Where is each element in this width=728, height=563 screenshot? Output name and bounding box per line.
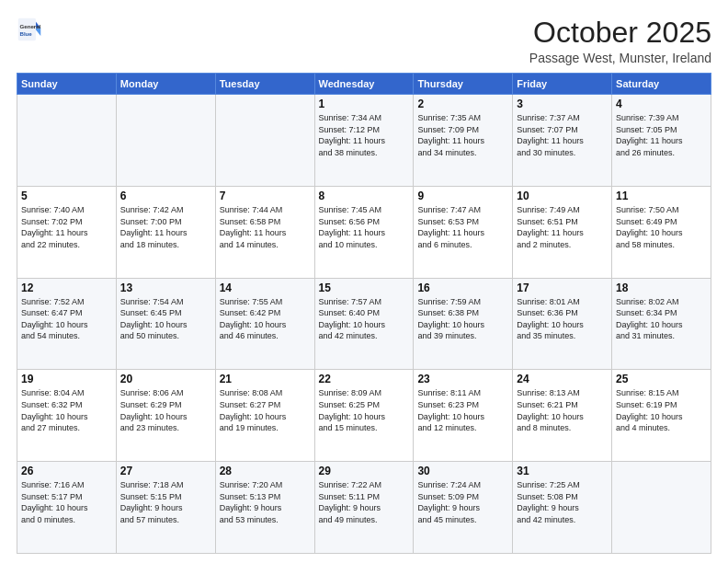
day-number: 16 [417,282,508,294]
day-number: 25 [616,373,707,385]
day-number: 12 [21,282,112,294]
calendar-cell: 24Sunrise: 8:13 AM Sunset: 6:21 PM Dayli… [513,370,612,462]
day-info: Sunrise: 7:45 AM Sunset: 6:56 PM Dayligh… [319,204,410,250]
calendar-cell: 18Sunrise: 8:02 AM Sunset: 6:34 PM Dayli… [612,278,711,370]
day-info: Sunrise: 7:39 AM Sunset: 7:05 PM Dayligh… [616,112,707,158]
logo-icon: General Blue [17,17,42,42]
day-number: 18 [616,282,707,294]
col-header-saturday: Saturday [612,74,711,95]
day-number: 11 [616,190,707,202]
calendar-cell: 17Sunrise: 8:01 AM Sunset: 6:36 PM Dayli… [513,278,612,370]
day-info: Sunrise: 7:20 AM Sunset: 5:13 PM Dayligh… [220,479,311,525]
day-info: Sunrise: 7:50 AM Sunset: 6:49 PM Dayligh… [616,204,707,250]
calendar-cell: 10Sunrise: 7:49 AM Sunset: 6:51 PM Dayli… [513,186,612,278]
calendar-cell [215,95,314,187]
day-info: Sunrise: 7:35 AM Sunset: 7:09 PM Dayligh… [417,112,508,158]
col-header-friday: Friday [513,74,612,95]
day-info: Sunrise: 7:42 AM Sunset: 7:00 PM Dayligh… [120,204,211,250]
day-number: 27 [120,465,211,477]
col-header-tuesday: Tuesday [215,74,314,95]
day-info: Sunrise: 8:04 AM Sunset: 6:32 PM Dayligh… [21,387,112,433]
day-info: Sunrise: 7:22 AM Sunset: 5:11 PM Dayligh… [319,479,410,525]
svg-text:Blue: Blue [20,30,33,37]
day-number: 10 [517,190,608,202]
calendar-cell: 5Sunrise: 7:40 AM Sunset: 7:02 PM Daylig… [17,186,117,278]
col-header-monday: Monday [116,74,215,95]
day-info: Sunrise: 7:24 AM Sunset: 5:09 PM Dayligh… [417,479,508,525]
day-info: Sunrise: 7:47 AM Sunset: 6:53 PM Dayligh… [417,204,508,250]
calendar-cell: 25Sunrise: 8:15 AM Sunset: 6:19 PM Dayli… [612,370,711,462]
calendar-cell: 20Sunrise: 8:06 AM Sunset: 6:29 PM Dayli… [116,370,215,462]
day-number: 1 [319,98,410,110]
calendar-cell [116,95,215,187]
day-info: Sunrise: 7:40 AM Sunset: 7:02 PM Dayligh… [21,204,112,250]
day-info: Sunrise: 7:55 AM Sunset: 6:42 PM Dayligh… [220,296,311,342]
calendar-week-3: 12Sunrise: 7:52 AM Sunset: 6:47 PM Dayli… [17,278,711,370]
day-number: 13 [120,282,211,294]
title-block: October 2025 Passage West, Munster, Irel… [529,17,711,65]
calendar-cell: 21Sunrise: 8:08 AM Sunset: 6:27 PM Dayli… [215,370,314,462]
day-number: 5 [21,190,112,202]
day-info: Sunrise: 7:18 AM Sunset: 5:15 PM Dayligh… [120,479,211,525]
header: General Blue October 2025 Passage West, … [17,17,711,65]
calendar-cell: 7Sunrise: 7:44 AM Sunset: 6:58 PM Daylig… [215,186,314,278]
day-number: 30 [417,465,508,477]
calendar-cell: 11Sunrise: 7:50 AM Sunset: 6:49 PM Dayli… [612,186,711,278]
day-info: Sunrise: 7:34 AM Sunset: 7:12 PM Dayligh… [319,112,410,158]
day-number: 26 [21,465,112,477]
day-number: 28 [220,465,311,477]
day-info: Sunrise: 7:59 AM Sunset: 6:38 PM Dayligh… [417,296,508,342]
svg-text:General: General [20,23,41,29]
day-number: 2 [417,98,508,110]
calendar-week-2: 5Sunrise: 7:40 AM Sunset: 7:02 PM Daylig… [17,186,711,278]
day-number: 14 [220,282,311,294]
day-info: Sunrise: 7:54 AM Sunset: 6:45 PM Dayligh… [120,296,211,342]
calendar-cell: 30Sunrise: 7:24 AM Sunset: 5:09 PM Dayli… [414,462,513,554]
day-info: Sunrise: 8:15 AM Sunset: 6:19 PM Dayligh… [616,387,707,433]
calendar-page: General Blue October 2025 Passage West, … [0,0,728,563]
calendar-header-row: SundayMondayTuesdayWednesdayThursdayFrid… [17,74,711,95]
calendar-cell: 12Sunrise: 7:52 AM Sunset: 6:47 PM Dayli… [17,278,117,370]
calendar-cell: 3Sunrise: 7:37 AM Sunset: 7:07 PM Daylig… [513,95,612,187]
day-info: Sunrise: 7:49 AM Sunset: 6:51 PM Dayligh… [517,204,608,250]
calendar-cell: 22Sunrise: 8:09 AM Sunset: 6:25 PM Dayli… [314,370,414,462]
day-info: Sunrise: 8:08 AM Sunset: 6:27 PM Dayligh… [220,387,311,433]
calendar-cell: 29Sunrise: 7:22 AM Sunset: 5:11 PM Dayli… [314,462,414,554]
day-number: 15 [319,282,410,294]
calendar-cell: 13Sunrise: 7:54 AM Sunset: 6:45 PM Dayli… [116,278,215,370]
calendar-week-5: 26Sunrise: 7:16 AM Sunset: 5:17 PM Dayli… [17,462,711,554]
day-info: Sunrise: 7:44 AM Sunset: 6:58 PM Dayligh… [220,204,311,250]
day-info: Sunrise: 7:25 AM Sunset: 5:08 PM Dayligh… [517,479,608,525]
calendar-week-4: 19Sunrise: 8:04 AM Sunset: 6:32 PM Dayli… [17,370,711,462]
col-header-sunday: Sunday [17,74,117,95]
calendar-cell: 15Sunrise: 7:57 AM Sunset: 6:40 PM Dayli… [314,278,414,370]
calendar-cell: 19Sunrise: 8:04 AM Sunset: 6:32 PM Dayli… [17,370,117,462]
day-number: 20 [120,373,211,385]
day-info: Sunrise: 7:52 AM Sunset: 6:47 PM Dayligh… [21,296,112,342]
day-info: Sunrise: 8:13 AM Sunset: 6:21 PM Dayligh… [517,387,608,433]
day-number: 8 [319,190,410,202]
day-number: 6 [120,190,211,202]
calendar-cell: 14Sunrise: 7:55 AM Sunset: 6:42 PM Dayli… [215,278,314,370]
calendar-cell [17,95,117,187]
day-number: 7 [220,190,311,202]
day-number: 29 [319,465,410,477]
day-info: Sunrise: 7:16 AM Sunset: 5:17 PM Dayligh… [21,479,112,525]
location: Passage West, Munster, Ireland [529,51,711,65]
day-number: 31 [517,465,608,477]
day-info: Sunrise: 7:57 AM Sunset: 6:40 PM Dayligh… [319,296,410,342]
calendar-week-1: 1Sunrise: 7:34 AM Sunset: 7:12 PM Daylig… [17,95,711,187]
day-number: 17 [517,282,608,294]
logo: General Blue [17,17,42,42]
day-number: 3 [517,98,608,110]
day-number: 22 [319,373,410,385]
calendar-cell [612,462,711,554]
calendar-cell: 23Sunrise: 8:11 AM Sunset: 6:23 PM Dayli… [414,370,513,462]
day-number: 19 [21,373,112,385]
calendar-cell: 4Sunrise: 7:39 AM Sunset: 7:05 PM Daylig… [612,95,711,187]
calendar-cell: 16Sunrise: 7:59 AM Sunset: 6:38 PM Dayli… [414,278,513,370]
day-number: 9 [417,190,508,202]
calendar-cell: 2Sunrise: 7:35 AM Sunset: 7:09 PM Daylig… [414,95,513,187]
calendar-cell: 6Sunrise: 7:42 AM Sunset: 7:00 PM Daylig… [116,186,215,278]
day-info: Sunrise: 8:11 AM Sunset: 6:23 PM Dayligh… [417,387,508,433]
